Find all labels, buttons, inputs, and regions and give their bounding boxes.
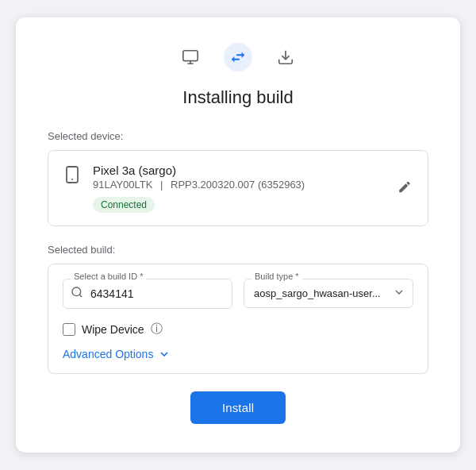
svg-line-5	[79, 295, 82, 297]
build-type-field: Build type * aosp_sargo_hwasan-user...	[244, 279, 413, 309]
device-card: Pixel 3a (sargo) 91LAY00LTK | RPP3.20032…	[48, 150, 428, 226]
device-name: Pixel 3a (sargo)	[93, 164, 413, 177]
device-meta: 91LAY00LTK | RPP3.200320.007 (6352963)	[93, 179, 413, 191]
build-type-label: Build type *	[251, 272, 302, 281]
build-id-label: Select a build ID *	[71, 272, 146, 281]
svg-rect-0	[183, 51, 198, 61]
device-phone-icon	[63, 165, 82, 187]
chevron-down-icon	[158, 348, 171, 360]
build-type-select[interactable]: aosp_sargo_hwasan-user...	[244, 279, 413, 308]
main-card: Installing build Selected device: Pixel …	[16, 17, 460, 453]
step-download-icon	[271, 43, 300, 71]
device-id: 91LAY00LTK	[93, 179, 152, 191]
wipe-device-checkbox[interactable]	[63, 323, 75, 336]
device-section-label: Selected device:	[48, 130, 428, 142]
page-title: Installing build	[48, 87, 428, 108]
status-badge: Connected	[93, 197, 155, 213]
step-install-icon	[224, 43, 252, 71]
svg-point-4	[72, 287, 81, 296]
device-build: RPP3.200320.007 (6352963)	[171, 179, 305, 191]
device-info: Pixel 3a (sargo) 91LAY00LTK | RPP3.20032…	[93, 164, 413, 213]
wizard-steps	[48, 43, 428, 71]
step-device-icon	[176, 43, 205, 71]
search-icon	[71, 286, 83, 302]
wipe-row: Wipe Device ⓘ	[63, 322, 413, 337]
advanced-options-label: Advanced Options	[63, 348, 153, 360]
edit-device-button[interactable]	[394, 177, 415, 200]
build-card: Select a build ID * Build type * aosp_sa…	[48, 264, 428, 374]
help-icon[interactable]: ⓘ	[151, 322, 163, 337]
build-id-input[interactable]	[63, 279, 232, 309]
build-id-field: Select a build ID *	[63, 279, 232, 309]
wipe-device-label: Wipe Device	[82, 323, 144, 336]
build-section-label: Selected build:	[48, 244, 428, 256]
meta-separator: |	[160, 179, 163, 191]
advanced-options-button[interactable]: Advanced Options	[63, 348, 171, 360]
build-fields: Select a build ID * Build type * aosp_sa…	[63, 279, 413, 309]
install-button[interactable]: Install	[190, 391, 286, 424]
